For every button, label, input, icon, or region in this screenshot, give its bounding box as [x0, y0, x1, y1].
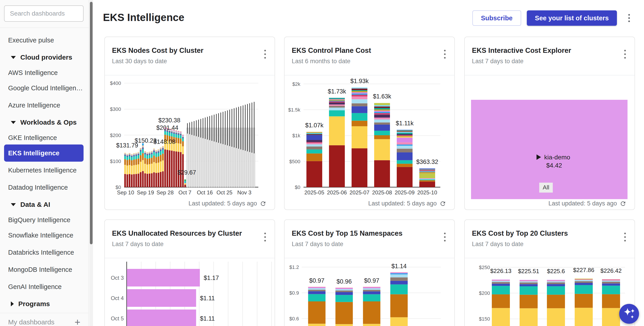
svg-text:Oct 16: Oct 16 [197, 190, 213, 196]
sidebar-item-databricks-intelligence[interactable]: Databricks Intelligence [4, 244, 84, 261]
sidebar-item-label: MongoDB Intelligence [8, 266, 72, 274]
svg-text:$200: $200 [110, 132, 121, 138]
sidebar-item-programs[interactable]: Programs [4, 295, 84, 312]
svg-text:kia-demo: kia-demo [544, 154, 570, 161]
card-menu-button[interactable] [440, 48, 450, 61]
svg-text:$230.38: $230.38 [158, 117, 180, 124]
sidebar-item-kubernetes-intelligence[interactable]: Kubernetes Intelligence [4, 162, 84, 179]
svg-text:2025-08: 2025-08 [372, 190, 392, 196]
svg-text:$148.08: $148.08 [153, 138, 176, 145]
sidebar-item-label: GenAI Intelligence [8, 283, 62, 290]
svg-text:$0.97: $0.97 [309, 277, 324, 284]
svg-text:$1.93k: $1.93k [350, 78, 369, 84]
card-menu-button[interactable] [620, 230, 630, 244]
card-menu-button[interactable] [440, 230, 450, 244]
svg-text:$400: $400 [110, 80, 121, 86]
subscribe-button[interactable]: Subscribe [472, 10, 521, 26]
sidebar-item-data-ai[interactable]: Data & AI [4, 196, 84, 213]
svg-text:Nov 3: Nov 3 [237, 190, 252, 196]
caret-down-icon [11, 203, 16, 206]
last-updated: Last updated: 5 days ago [368, 200, 446, 207]
svg-text:$0.9: $0.9 [289, 290, 299, 296]
sidebar-item-label: Programs [18, 300, 50, 308]
sidebar-item-label: Data & AI [20, 201, 50, 208]
card-top-namespaces: $1.2$0.9$0.6$0.97$0.96$0.97$1.14EKS Cost… [284, 220, 455, 326]
card-menu-button[interactable] [260, 48, 270, 61]
sidebar-divider [0, 28, 88, 28]
svg-text:$2k: $2k [292, 81, 300, 87]
refresh-icon[interactable] [620, 200, 626, 207]
eks-unallocated-resources-by-cluster-chart: Oct 3$1.17Oct 4$1.11Oct 5$1.11 [105, 220, 274, 326]
svg-text:$150: $150 [479, 316, 490, 322]
sidebar-item-label: Workloads & Ops [20, 118, 77, 126]
sidebar-item-label: Databricks Intelligence [8, 249, 74, 256]
sidebar-item-google-cloud-intelligen[interactable]: Google Cloud Intelligen… [4, 80, 84, 97]
kebab-icon [622, 48, 628, 60]
kebab-icon [262, 231, 268, 243]
svg-text:2025-10: 2025-10 [417, 190, 437, 196]
eks-nodes-cost-by-cluster-chart: $400$300$200$100$0Sep 10Sep 19Sep 28Oct … [105, 37, 274, 210]
svg-text:$0.96: $0.96 [336, 278, 352, 285]
sidebar-item-gke-intelligence[interactable]: GKE Intelligence [4, 131, 84, 144]
sidebar-item-executive-pulse[interactable]: Executive pulse [4, 32, 84, 49]
sidebar-item-label: Datadog Intelligence [8, 184, 68, 191]
last-updated: Last updated: 5 days ago [188, 200, 266, 207]
sidebar-scrollbar-thumb[interactable] [90, 2, 92, 244]
svg-text:All: All [543, 184, 550, 191]
my-dashboards-row: My dashboards + [8, 318, 80, 326]
sidebar: Executive pulseCloud providersAWS Intell… [0, 0, 93, 326]
refresh-icon[interactable] [260, 200, 266, 207]
card-cost-explorer: kia-demo$4.42AllEKS Interactive Cost Exp… [464, 36, 635, 210]
sidebar-item-cloud-providers[interactable]: Cloud providers [4, 49, 84, 66]
card-menu-button[interactable] [620, 48, 630, 61]
sidebar-item-workloads-ops[interactable]: Workloads & Ops [4, 114, 84, 131]
last-updated-text: Last updated: 5 days ago [188, 200, 257, 207]
svg-text:$4.42: $4.42 [546, 162, 562, 169]
sidebar-item-aws-intelligence[interactable]: AWS Intelligence [4, 66, 84, 80]
svg-text:$1.07k: $1.07k [305, 122, 324, 129]
sidebar-item-label: Snowflake Intelligence [8, 232, 74, 239]
sidebar-item-label: BigQuery Intelligence [8, 216, 70, 224]
svg-text:Oct 4: Oct 4 [111, 295, 124, 301]
svg-text:$226.42: $226.42 [600, 267, 622, 274]
card-menu-button[interactable] [260, 230, 270, 244]
main-content: EKS Intelligence Subscribe See your list… [93, 0, 644, 326]
svg-text:Oct 25: Oct 25 [216, 190, 232, 196]
sidebar-item-mongodb-intelligence[interactable]: MongoDB Intelligence [4, 261, 84, 278]
svg-text:Oct 3: Oct 3 [111, 275, 124, 281]
search-input[interactable] [4, 6, 84, 22]
svg-text:$1.5k: $1.5k [288, 107, 300, 113]
eks-control-plane-cost-chart: $2k$1.5k$1k$500$0$1.07k$1.73k$1.93k$1.63… [284, 37, 454, 210]
sidebar-item-snowflake-intelligence[interactable]: Snowflake Intelligence [4, 227, 84, 244]
svg-text:Sep 28: Sep 28 [156, 190, 174, 196]
sidebar-item-azure-intelligence[interactable]: Azure Intelligence [4, 97, 84, 114]
last-updated-text: Last updated: 5 days ago [368, 200, 437, 207]
see-clusters-button[interactable]: See your list of clusters [527, 10, 617, 26]
sidebar-item-datadog-intelligence[interactable]: Datadog Intelligence [4, 179, 84, 196]
eks-cost-by-top-15-namespaces-chart: $1.2$0.9$0.6$0.97$0.96$0.97$1.14 [284, 220, 454, 326]
sidebar-item-label: Cloud providers [20, 54, 72, 61]
add-dashboard-button[interactable]: + [74, 319, 80, 326]
svg-text:$1.11: $1.11 [200, 295, 215, 302]
kebab-icon [626, 12, 633, 24]
svg-text:Oct 5: Oct 5 [111, 316, 124, 322]
svg-text:$225.6: $225.6 [547, 268, 565, 274]
svg-text:2025-09: 2025-09 [395, 190, 414, 196]
kebab-icon [442, 48, 448, 60]
sidebar-item-eks-intelligence[interactable]: EKS Intelligence [4, 144, 84, 162]
kebab-icon [622, 231, 628, 243]
sidebar-item-bigquery-intelligence[interactable]: BigQuery Intelligence [4, 213, 84, 227]
treemap-zoom-all-button[interactable]: All [539, 183, 553, 192]
sidebar-nav: Executive pulseCloud providersAWS Intell… [0, 32, 88, 312]
svg-text:$1.14: $1.14 [391, 263, 407, 270]
svg-text:$201.44: $201.44 [156, 124, 178, 131]
sidebar-item-label: Kubernetes Intelligence [8, 166, 76, 174]
ai-assistant-fab[interactable] [619, 304, 639, 324]
svg-text:$0.6: $0.6 [289, 316, 299, 322]
sidebar-item-label: Google Cloud Intelligen… [8, 84, 83, 92]
sidebar-item-genai-intelligence[interactable]: GenAI Intelligence [4, 278, 84, 295]
page-menu-button[interactable] [624, 11, 634, 25]
svg-text:$0: $0 [295, 184, 300, 190]
refresh-icon[interactable] [440, 200, 446, 207]
caret-right-icon [11, 302, 14, 306]
